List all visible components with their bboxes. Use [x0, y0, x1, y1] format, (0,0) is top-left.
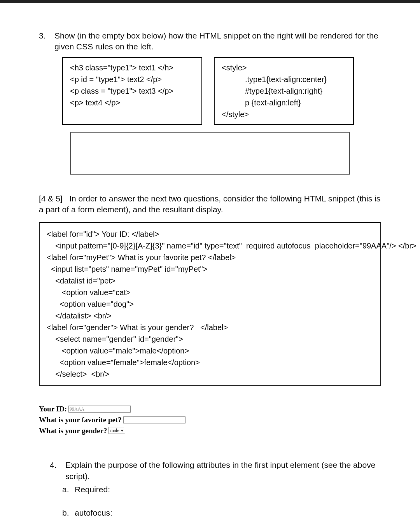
- sub-label: autofocus:: [75, 507, 112, 516]
- q45-prompt: In order to answer the next two question…: [39, 194, 380, 214]
- q45-label: [4 & 5]: [39, 194, 63, 203]
- code-line: <p id = "type1"> text2 </p>: [70, 73, 194, 85]
- form-row-pet: What is your favorite pet?: [39, 415, 381, 425]
- question-4: 4. Explain the purpose of the following …: [39, 460, 381, 516]
- gender-label: What is your gender?: [39, 426, 107, 436]
- code-line: #type1{text-align:right}: [222, 85, 346, 97]
- question-3: 3. Show (in the empty box below) how the…: [39, 30, 381, 52]
- code-line: .type1{text-align:center}: [222, 73, 346, 85]
- q4-item-b: b. autofocus:: [62, 507, 381, 516]
- q4-item-a: a. Required:: [62, 484, 381, 495]
- gender-select[interactable]: male: [108, 427, 125, 434]
- q3-css-snippet-box: <style> .type1{text-align:center} #type1…: [214, 57, 354, 125]
- code-line: <h3 class="type1"> text1 </h>: [70, 62, 194, 73]
- code-line: p {text-align:left}: [222, 97, 346, 108]
- id-label: Your ID:: [39, 404, 67, 414]
- sub-letter: b.: [62, 507, 75, 516]
- q3-number: 3.: [39, 30, 54, 41]
- q3-html-snippet-box: <h3 class="type1"> text1 </h> <p id = "t…: [62, 57, 202, 125]
- pet-input[interactable]: [123, 416, 186, 423]
- q3-code-boxes: <h3 class="type1"> text1 </h> <p id = "t…: [62, 57, 381, 125]
- top-bar: [0, 0, 420, 3]
- code-line: <p class = "type1"> text3 </p>: [70, 85, 194, 97]
- q4-prompt: Explain the purpose of the following att…: [65, 460, 381, 482]
- q4-number: 4.: [50, 460, 65, 482]
- id-input[interactable]: 99AAA: [68, 406, 131, 413]
- q3-answer-box: [70, 132, 350, 175]
- sub-label: Required:: [75, 484, 110, 495]
- code-line: <style>: [222, 62, 346, 73]
- pet-label: What is your favorite pet?: [39, 415, 122, 425]
- code-line: <p> text4 </p>: [70, 97, 194, 108]
- form-row-id: Your ID: 99AAA: [39, 404, 381, 414]
- q45-code-snippet-box: <label for="id"> Your ID: </label> <inpu…: [39, 222, 381, 386]
- sub-letter: a.: [62, 484, 75, 495]
- q3-prompt: Show (in the empty box below) how the HT…: [54, 30, 381, 52]
- rendered-form-display: Your ID: 99AAA What is your favorite pet…: [39, 404, 381, 436]
- form-row-gender: What is your gender? male: [39, 426, 381, 436]
- code-line: </style>: [222, 108, 346, 120]
- page-content: 3. Show (in the empty box below) how the…: [0, 3, 420, 516]
- q4-subitems: a. Required: b. autofocus: c. pattern: d…: [62, 484, 381, 516]
- question-4-5-intro: [4 & 5] In order to answer the next two …: [39, 193, 381, 215]
